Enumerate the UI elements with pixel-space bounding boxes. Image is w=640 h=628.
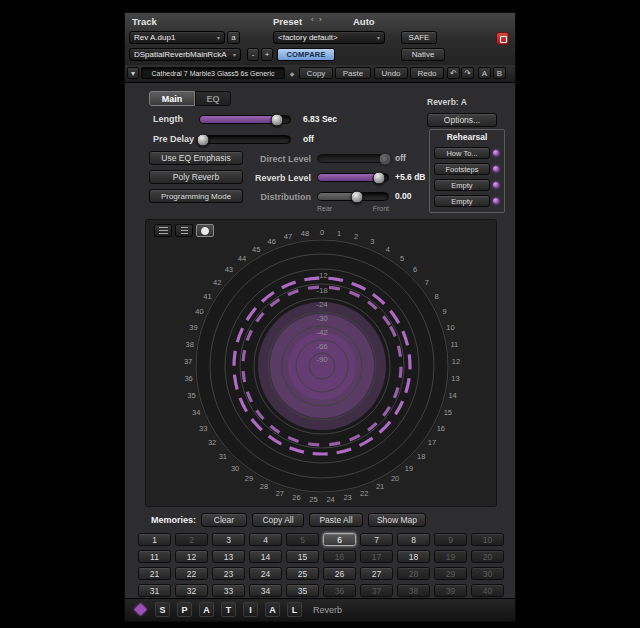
setting-b-button[interactable]: B [493,67,506,79]
distribution-slider[interactable] [317,192,389,201]
memory-cell-8[interactable]: 8 [397,533,430,546]
rehearsal-led-4[interactable] [493,198,499,204]
rehearsal-led-2[interactable] [493,166,499,172]
brand-suffix: Reverb [313,605,342,615]
memory-cell-6[interactable]: 6 [323,533,356,546]
memory-cell-25[interactable]: 25 [286,567,319,580]
svg-text:36: 36 [184,374,192,383]
memory-cell-20[interactable]: 20 [471,550,504,563]
memory-cell-39[interactable]: 39 [434,584,467,597]
auto-suffix-button[interactable]: a [227,31,240,44]
memory-cell-14[interactable]: 14 [249,550,282,563]
preset-selector[interactable]: <factory default> ▾ [273,31,385,44]
memory-cell-12[interactable]: 12 [175,550,208,563]
pre-delay-slider[interactable] [199,135,291,144]
memory-cell-38[interactable]: 38 [397,584,430,597]
length-knob[interactable] [270,113,283,126]
svg-text:7: 7 [425,278,429,287]
rehearsal-led-1[interactable] [493,150,499,156]
memory-cell-35[interactable]: 35 [286,584,319,597]
memory-cell-26[interactable]: 26 [323,567,356,580]
svg-text:37: 37 [184,357,192,366]
tab-main[interactable]: Main [149,91,195,106]
memory-cell-4[interactable]: 4 [249,533,282,546]
preset-prev-icon[interactable]: ‹ [311,15,314,24]
poly-reverb-button[interactable]: Poly Reverb [149,170,243,184]
rehearsal-button-3[interactable]: Empty [434,179,490,191]
compare-plus-button[interactable]: + [261,48,273,61]
spatial-display-panel: -12-18-24-30-42-66-900123456789101112131… [145,219,497,507]
memory-cell-34[interactable]: 34 [249,584,282,597]
svg-text:13: 13 [451,374,459,383]
pre-delay-knob[interactable] [196,133,209,146]
memory-cell-32[interactable]: 32 [175,584,208,597]
direct-level-slider[interactable] [317,154,389,163]
redo-button[interactable]: Redo [410,67,444,79]
reverb-level-knob[interactable] [372,171,385,184]
memories-show-map-button[interactable]: Show Map [368,513,426,527]
memory-cell-7[interactable]: 7 [360,533,393,546]
memory-cell-23[interactable]: 23 [212,567,245,580]
memory-cell-36[interactable]: 36 [323,584,356,597]
memory-cell-18[interactable]: 18 [397,550,430,563]
compare-minus-button[interactable]: - [247,48,259,61]
compare-button[interactable]: COMPARE [277,48,335,61]
options-button[interactable]: Options... [427,113,497,127]
rehearsal-button-1[interactable]: How To... [434,147,490,159]
memories-clear-button[interactable]: Clear [201,513,247,527]
tab-eq[interactable]: EQ [195,91,231,106]
distribution-knob[interactable] [350,190,363,203]
svg-text:45: 45 [252,245,260,254]
memory-cell-2[interactable]: 2 [175,533,208,546]
memory-cell-1[interactable]: 1 [138,533,171,546]
memory-cell-40[interactable]: 40 [471,584,504,597]
memory-cell-17[interactable]: 17 [360,550,393,563]
preset-next-icon[interactable]: › [319,15,322,24]
memory-cell-13[interactable]: 13 [212,550,245,563]
reverb-bank-label: Reverb: A [427,97,467,107]
memory-cell-15[interactable]: 15 [286,550,319,563]
native-button[interactable]: Native [401,48,445,61]
copy-button[interactable]: Copy [299,67,333,79]
memory-cell-11[interactable]: 11 [138,550,171,563]
paste-button[interactable]: Paste [335,67,371,79]
memory-cell-33[interactable]: 33 [212,584,245,597]
auto-safe-button[interactable]: SAFE [401,31,437,44]
spatial-polar-plot[interactable]: -12-18-24-30-42-66-900123456789101112131… [146,226,498,508]
plugin-name: DSpatialReverbMainRckA [134,50,226,59]
memory-cell-29[interactable]: 29 [434,567,467,580]
memories-copy-all-button[interactable]: Copy All [252,513,304,527]
memory-cell-28[interactable]: 28 [397,567,430,580]
memory-cell-24[interactable]: 24 [249,567,282,580]
settings-menu-caret-icon[interactable]: ▾ [127,67,139,79]
memory-cell-5[interactable]: 5 [286,533,319,546]
direct-level-knob[interactable] [379,152,392,165]
memory-cell-10[interactable]: 10 [471,533,504,546]
memory-cell-27[interactable]: 27 [360,567,393,580]
memory-cell-22[interactable]: 22 [175,567,208,580]
rehearsal-button-2[interactable]: Footsteps [434,163,490,175]
track-selector[interactable]: Rev A.dup1 ▾ [129,31,225,44]
memory-cell-3[interactable]: 3 [212,533,245,546]
memory-cell-37[interactable]: 37 [360,584,393,597]
length-slider[interactable] [199,115,291,124]
setting-name[interactable]: Cathedral 7 Marble3 Glass5 6s Generic [141,67,285,79]
swap-right-icon[interactable]: ↷ [461,67,474,79]
programming-mode-button[interactable]: Programming Mode [149,189,243,203]
reverb-level-slider[interactable] [317,173,389,182]
rehearsal-button-4[interactable]: Empty [434,195,490,207]
plugin-selector[interactable]: DSpatialReverbMainRckA ▾ [129,48,241,61]
setting-a-button[interactable]: A [478,67,491,79]
memory-cell-31[interactable]: 31 [138,584,171,597]
memory-cell-9[interactable]: 9 [434,533,467,546]
memory-cell-30[interactable]: 30 [471,567,504,580]
memories-paste-all-button[interactable]: Paste All [309,513,363,527]
memory-cell-21[interactable]: 21 [138,567,171,580]
rehearsal-led-3[interactable] [493,182,499,188]
use-eq-emphasis-button[interactable]: Use EQ Emphasis [149,151,243,165]
undo-button[interactable]: Undo [374,67,408,79]
swap-left-icon[interactable]: ↶ [447,67,460,79]
memory-cell-19[interactable]: 19 [434,550,467,563]
target-icon[interactable] [496,32,509,45]
memory-cell-16[interactable]: 16 [323,550,356,563]
